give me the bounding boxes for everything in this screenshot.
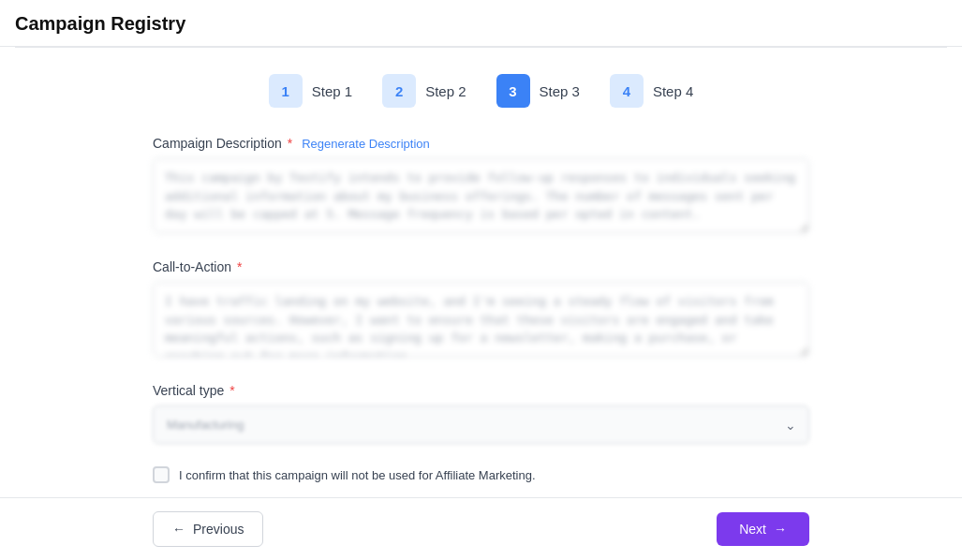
vertical-type-group: Vertical type * Manufacturing Retail Hea… (153, 383, 809, 444)
page-header: Campaign Registry (0, 0, 962, 47)
campaign-description-required: * (288, 136, 292, 151)
step-2-number: 2 (382, 74, 416, 108)
call-to-action-label: Call-to-Action (153, 259, 231, 274)
regenerate-description-link[interactable]: Regenerate Description (302, 137, 430, 151)
call-to-action-textarea[interactable] (153, 282, 809, 357)
main-content: Campaign Description * Regenerate Descri… (0, 126, 962, 558)
step-3-label: Step 3 (540, 83, 580, 99)
previous-button[interactable]: ← Previous (153, 511, 263, 547)
footer-navigation: ← Previous Next → (0, 497, 962, 560)
step-2-label: Step 2 (425, 83, 466, 99)
previous-arrow-icon: ← (172, 522, 185, 537)
campaign-description-label: Campaign Description (153, 136, 282, 151)
next-button[interactable]: Next → (717, 512, 809, 546)
previous-label: Previous (193, 522, 244, 537)
vertical-type-required: * (229, 383, 234, 398)
call-to-action-label-row: Call-to-Action * (153, 259, 809, 274)
page-title: Campaign Registry (15, 13, 947, 35)
affiliate-checkbox[interactable] (153, 466, 170, 483)
campaign-description-textarea[interactable] (153, 158, 809, 233)
stepper: 1 Step 1 2 Step 2 3 Step 3 4 Step 4 (0, 48, 962, 126)
affiliate-checkbox-label: I confirm that this campaign will not be… (179, 468, 536, 482)
vertical-type-label-row: Vertical type * (153, 383, 809, 398)
call-to-action-required: * (237, 259, 242, 274)
vertical-type-label: Vertical type (153, 383, 224, 398)
next-arrow-icon: → (774, 522, 787, 537)
call-to-action-group: Call-to-Action * (153, 259, 809, 361)
step-1-item[interactable]: 1 Step 1 (269, 74, 352, 108)
step-1-label: Step 1 (312, 83, 352, 99)
vertical-type-select[interactable]: Manufacturing Retail Healthcare Finance … (153, 405, 809, 444)
step-4-number: 4 (610, 74, 644, 108)
step-3-number: 3 (496, 74, 530, 108)
vertical-type-wrapper: Manufacturing Retail Healthcare Finance … (153, 405, 809, 444)
step-1-number: 1 (269, 74, 303, 108)
campaign-description-group: Campaign Description * Regenerate Descri… (153, 136, 809, 237)
affiliate-checkbox-row: I confirm that this campaign will not be… (153, 466, 809, 483)
step-3-item[interactable]: 3 Step 3 (496, 74, 580, 108)
step-4-label: Step 4 (653, 83, 693, 99)
step-2-item[interactable]: 2 Step 2 (382, 74, 466, 108)
campaign-description-label-row: Campaign Description * Regenerate Descri… (153, 136, 809, 151)
next-label: Next (739, 522, 766, 537)
step-4-item[interactable]: 4 Step 4 (610, 74, 693, 108)
